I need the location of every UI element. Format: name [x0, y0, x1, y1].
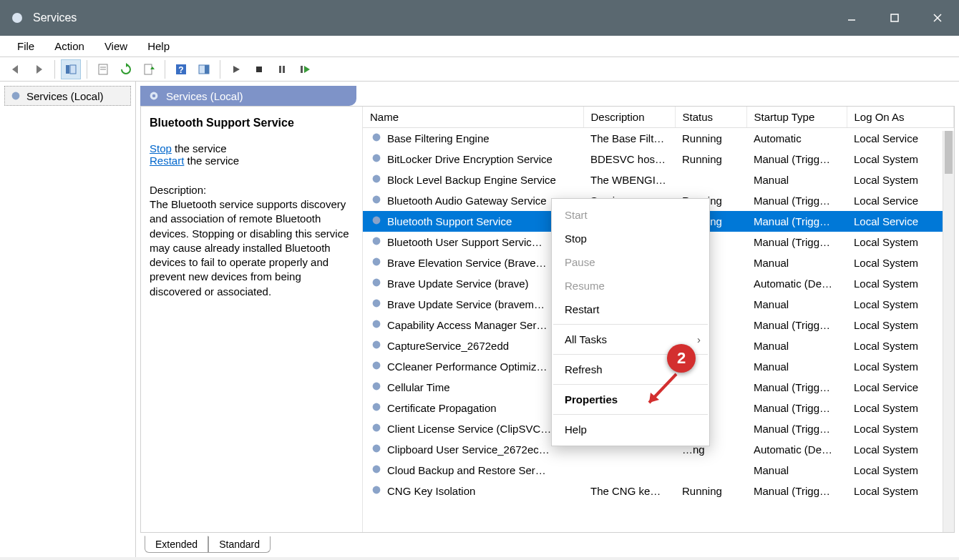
col-description[interactable]: Description [583, 107, 675, 128]
menu-view[interactable]: View [94, 37, 137, 55]
service-row[interactable]: Base Filtering EngineThe Base Filt…Runni… [363, 128, 954, 149]
help-button[interactable]: ? [171, 59, 191, 79]
tab-standard[interactable]: Standard [208, 536, 271, 553]
forward-button[interactable] [29, 59, 49, 79]
svg-point-27 [14, 94, 18, 98]
gear-icon [370, 172, 383, 187]
svg-point-37 [375, 198, 379, 202]
service-row[interactable]: Block Level Backup Engine ServiceThe WBE… [363, 170, 954, 190]
service-name-cell: CCleaner Performance Optimiz… [363, 356, 583, 377]
service-logon: Local System [847, 335, 954, 356]
ctx-properties[interactable]: Properties [552, 388, 709, 411]
svg-point-65 [375, 488, 379, 492]
svg-marker-6 [12, 65, 18, 74]
right-panel: Services (Local) Bluetooth Support Servi… [136, 82, 959, 557]
svg-rect-22 [279, 66, 281, 73]
ctx-restart[interactable]: Restart [552, 298, 709, 321]
service-row[interactable]: BitLocker Drive Encryption ServiceBDESVC… [363, 149, 954, 170]
close-button[interactable] [916, 0, 959, 36]
minimize-button[interactable] [830, 0, 873, 36]
service-name-cell: BitLocker Drive Encryption Service [363, 149, 583, 170]
service-name: Client License Service (ClipSVC… [387, 423, 551, 435]
start-service-button[interactable] [226, 59, 246, 79]
tab-extended[interactable]: Extended [145, 536, 208, 553]
service-startup: Automatic (De… [746, 439, 847, 460]
service-name-cell: Client License Service (ClipSVC… [363, 418, 583, 439]
service-logon: Local System [847, 294, 954, 315]
back-button[interactable] [6, 59, 26, 79]
annotation-badge-2: 2 [667, 344, 696, 373]
ctx-resume: Resume [552, 274, 709, 298]
service-startup: Manual (Trigg… [746, 211, 847, 232]
service-logon: Local System [847, 252, 954, 273]
vertical-scrollbar[interactable] [943, 131, 954, 532]
window-title: Services [33, 11, 830, 24]
service-name-cell: Cloud Backup and Restore Ser… [363, 460, 583, 481]
annotation-arrow-2 [641, 370, 683, 413]
service-logon: Local System [847, 315, 954, 335]
ctx-stop[interactable]: Stop [552, 227, 709, 250]
gear-icon [370, 442, 383, 457]
svg-point-31 [375, 136, 379, 139]
scrollbar-thumb[interactable] [945, 131, 953, 174]
svg-point-53 [375, 364, 379, 368]
maximize-button[interactable] [873, 0, 916, 36]
stop-service-button[interactable] [249, 59, 269, 79]
refresh-button[interactable] [116, 59, 136, 79]
gear-icon [370, 131, 383, 146]
show-hide-tree-button[interactable] [61, 59, 81, 79]
details-pane: Bluetooth Support Service Stop the servi… [141, 107, 363, 532]
ctx-help[interactable]: Help [552, 418, 709, 441]
gear-icon [370, 421, 383, 436]
menu-help[interactable]: Help [137, 37, 180, 55]
description-label: Description: [150, 184, 354, 196]
col-startup[interactable]: Startup Type [746, 107, 847, 128]
service-name-cell: Base Filtering Engine [363, 128, 583, 149]
menu-action[interactable]: Action [44, 37, 94, 55]
restart-service-button[interactable] [295, 59, 315, 79]
gear-icon [370, 318, 383, 333]
service-startup: Manual [746, 460, 847, 481]
show-hide-action-pane-button[interactable] [194, 59, 214, 79]
service-startup: Manual [746, 356, 847, 377]
col-status[interactable]: Status [675, 107, 746, 128]
stop-service-link[interactable]: Stop [150, 142, 172, 154]
svg-rect-24 [301, 66, 303, 73]
svg-point-39 [375, 219, 379, 222]
tree-root-services-local[interactable]: Services (Local) [4, 86, 131, 106]
svg-marker-25 [304, 66, 310, 73]
svg-point-1 [15, 16, 19, 20]
restart-suffix: the service [184, 154, 239, 167]
service-row[interactable]: CNG Key IsolationThe CNG ke…RunningManua… [363, 481, 954, 501]
toolbar: ? [0, 57, 959, 82]
service-name: Bluetooth Support Service [387, 215, 512, 227]
gear-icon [370, 338, 383, 353]
properties-button[interactable] [93, 59, 113, 79]
service-startup: Manual [746, 294, 847, 315]
svg-text:?: ? [178, 65, 183, 75]
menubar: File Action View Help [0, 36, 959, 57]
service-startup: Manual [746, 252, 847, 273]
gear-icon [370, 359, 383, 374]
service-status [675, 170, 746, 190]
restart-service-link[interactable]: Restart [150, 154, 184, 167]
svg-point-49 [375, 323, 379, 326]
col-logon[interactable]: Log On As [847, 107, 954, 128]
col-name[interactable]: Name [363, 107, 583, 128]
service-logon: Local Service [847, 128, 954, 149]
service-logon: Local Service [847, 377, 954, 398]
service-logon: Local System [847, 460, 954, 481]
menu-file[interactable]: File [7, 37, 44, 55]
svg-marker-20 [233, 66, 240, 73]
service-startup: Manual [746, 170, 847, 190]
service-name: Clipboard User Service_2672ec… [387, 443, 550, 456]
pause-service-button[interactable] [272, 59, 292, 79]
export-button[interactable] [139, 59, 159, 79]
service-name-cell: Bluetooth User Support Servic… [363, 232, 583, 252]
app-icon [9, 9, 26, 26]
service-list[interactable]: Name Description Status Startup Type Log… [363, 107, 954, 532]
service-name: Brave Elevation Service (Brave… [387, 257, 547, 269]
service-startup: Manual (Trigg… [746, 232, 847, 252]
service-row[interactable]: Cloud Backup and Restore Ser…ManualLocal… [363, 460, 954, 481]
service-name-cell: Brave Update Service (brave) [363, 273, 583, 294]
